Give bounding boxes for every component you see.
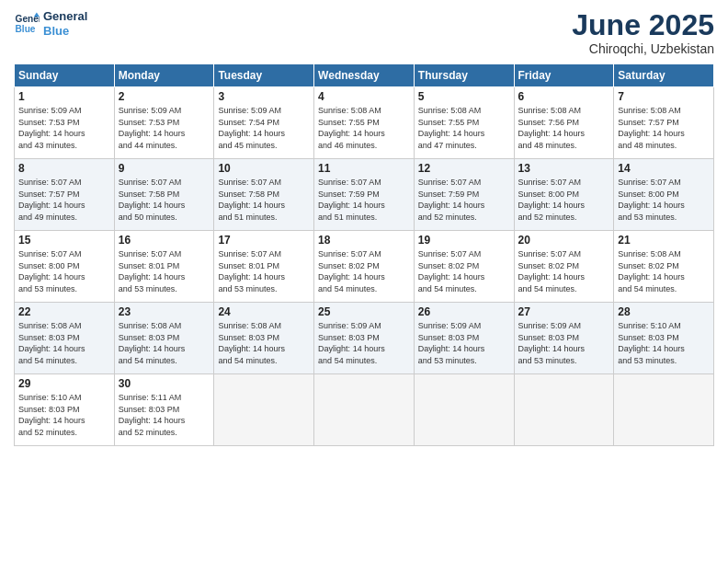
day-number: 18 (318, 234, 410, 247)
table-row (514, 374, 614, 446)
table-row: 17Sunrise: 5:07 AM Sunset: 8:01 PM Dayli… (214, 231, 314, 303)
day-number: 21 (618, 234, 710, 247)
table-row: 30Sunrise: 5:11 AM Sunset: 8:03 PM Dayli… (114, 374, 214, 446)
header-saturday: Saturday (614, 64, 714, 87)
header-sunday: Sunday (15, 64, 115, 87)
day-number: 30 (119, 377, 210, 390)
table-row: 22Sunrise: 5:08 AM Sunset: 8:03 PM Dayli… (15, 303, 115, 374)
day-number: 25 (318, 305, 410, 318)
title-block: June 2025 Chiroqchi, Uzbekistan (572, 9, 714, 56)
table-row: 16Sunrise: 5:07 AM Sunset: 8:01 PM Dayli… (114, 231, 214, 303)
day-number: 19 (418, 234, 510, 247)
day-number: 29 (18, 377, 110, 390)
table-row: 7Sunrise: 5:08 AM Sunset: 7:57 PM Daylig… (614, 87, 714, 159)
table-row: 25Sunrise: 5:09 AM Sunset: 8:03 PM Dayli… (314, 303, 415, 374)
table-row: 28Sunrise: 5:10 AM Sunset: 8:03 PM Dayli… (614, 303, 714, 374)
page-container: General Blue General Blue June 2025 Chir… (0, 0, 728, 563)
day-number: 7 (618, 90, 710, 103)
table-row: 3Sunrise: 5:09 AM Sunset: 7:54 PM Daylig… (214, 87, 314, 159)
table-row: 2Sunrise: 5:09 AM Sunset: 7:53 PM Daylig… (114, 87, 214, 159)
day-info: Sunrise: 5:08 AM Sunset: 8:03 PM Dayligh… (18, 320, 110, 366)
logo-text-line2: Blue (43, 24, 87, 39)
table-row: 11Sunrise: 5:07 AM Sunset: 7:59 PM Dayli… (314, 159, 415, 231)
day-info: Sunrise: 5:11 AM Sunset: 8:03 PM Dayligh… (119, 392, 210, 438)
day-info: Sunrise: 5:07 AM Sunset: 7:59 PM Dayligh… (318, 177, 410, 223)
day-number: 4 (318, 90, 410, 103)
day-info: Sunrise: 5:07 AM Sunset: 7:58 PM Dayligh… (119, 177, 210, 223)
header-tuesday: Tuesday (214, 64, 314, 87)
calendar-table: Sunday Monday Tuesday Wednesday Thursday… (14, 63, 714, 446)
day-number: 26 (418, 305, 510, 318)
day-info: Sunrise: 5:09 AM Sunset: 7:53 PM Dayligh… (18, 105, 110, 151)
day-number: 14 (618, 162, 710, 175)
table-row: 19Sunrise: 5:07 AM Sunset: 8:02 PM Dayli… (414, 231, 514, 303)
day-number: 24 (218, 305, 310, 318)
table-row (314, 374, 415, 446)
table-row: 1Sunrise: 5:09 AM Sunset: 7:53 PM Daylig… (15, 87, 115, 159)
day-number: 27 (518, 305, 610, 318)
day-info: Sunrise: 5:09 AM Sunset: 8:03 PM Dayligh… (318, 320, 410, 366)
day-number: 2 (119, 90, 210, 103)
table-row: 12Sunrise: 5:07 AM Sunset: 7:59 PM Dayli… (414, 159, 514, 231)
header-monday: Monday (114, 64, 214, 87)
day-info: Sunrise: 5:08 AM Sunset: 7:55 PM Dayligh… (418, 105, 510, 151)
logo-text-line1: General (43, 9, 87, 24)
table-row: 6Sunrise: 5:08 AM Sunset: 7:56 PM Daylig… (514, 87, 614, 159)
table-row: 5Sunrise: 5:08 AM Sunset: 7:55 PM Daylig… (414, 87, 514, 159)
calendar-week-row: 1Sunrise: 5:09 AM Sunset: 7:53 PM Daylig… (15, 87, 714, 159)
day-number: 28 (618, 305, 710, 318)
table-row: 8Sunrise: 5:07 AM Sunset: 7:57 PM Daylig… (15, 159, 115, 231)
day-number: 16 (119, 234, 210, 247)
day-info: Sunrise: 5:09 AM Sunset: 8:03 PM Dayligh… (518, 320, 610, 366)
svg-text:Blue: Blue (16, 24, 36, 34)
table-row: 20Sunrise: 5:07 AM Sunset: 8:02 PM Dayli… (514, 231, 614, 303)
day-number: 8 (18, 162, 110, 175)
table-row: 18Sunrise: 5:07 AM Sunset: 8:02 PM Dayli… (314, 231, 415, 303)
table-row: 4Sunrise: 5:08 AM Sunset: 7:55 PM Daylig… (314, 87, 415, 159)
day-info: Sunrise: 5:08 AM Sunset: 7:55 PM Dayligh… (318, 105, 410, 151)
day-number: 20 (518, 234, 610, 247)
day-info: Sunrise: 5:07 AM Sunset: 8:02 PM Dayligh… (418, 248, 510, 294)
day-info: Sunrise: 5:07 AM Sunset: 7:57 PM Dayligh… (18, 177, 110, 223)
table-row: 21Sunrise: 5:08 AM Sunset: 8:02 PM Dayli… (614, 231, 714, 303)
day-number: 23 (119, 305, 210, 318)
day-number: 12 (418, 162, 510, 175)
day-number: 10 (218, 162, 310, 175)
day-number: 13 (518, 162, 610, 175)
day-number: 1 (18, 90, 110, 103)
day-info: Sunrise: 5:07 AM Sunset: 8:01 PM Dayligh… (119, 248, 210, 294)
day-number: 15 (18, 234, 110, 247)
table-row (614, 374, 714, 446)
table-row: 13Sunrise: 5:07 AM Sunset: 8:00 PM Dayli… (514, 159, 614, 231)
table-row: 26Sunrise: 5:09 AM Sunset: 8:03 PM Dayli… (414, 303, 514, 374)
day-info: Sunrise: 5:07 AM Sunset: 8:00 PM Dayligh… (518, 177, 610, 223)
day-info: Sunrise: 5:08 AM Sunset: 8:03 PM Dayligh… (218, 320, 310, 366)
day-info: Sunrise: 5:08 AM Sunset: 7:57 PM Dayligh… (618, 105, 710, 151)
day-info: Sunrise: 5:08 AM Sunset: 7:56 PM Dayligh… (518, 105, 610, 151)
day-info: Sunrise: 5:09 AM Sunset: 7:54 PM Dayligh… (218, 105, 310, 151)
logo: General Blue General Blue (14, 9, 87, 38)
calendar-week-row: 22Sunrise: 5:08 AM Sunset: 8:03 PM Dayli… (15, 303, 714, 374)
day-info: Sunrise: 5:09 AM Sunset: 8:03 PM Dayligh… (418, 320, 510, 366)
day-info: Sunrise: 5:07 AM Sunset: 8:02 PM Dayligh… (318, 248, 410, 294)
day-number: 22 (18, 305, 110, 318)
header-wednesday: Wednesday (314, 64, 415, 87)
logo-icon: General Blue (14, 11, 40, 37)
day-info: Sunrise: 5:08 AM Sunset: 8:02 PM Dayligh… (618, 248, 710, 294)
calendar-header-row: Sunday Monday Tuesday Wednesday Thursday… (15, 64, 714, 87)
day-info: Sunrise: 5:07 AM Sunset: 8:02 PM Dayligh… (518, 248, 610, 294)
day-info: Sunrise: 5:07 AM Sunset: 8:00 PM Dayligh… (18, 248, 110, 294)
table-row: 23Sunrise: 5:08 AM Sunset: 8:03 PM Dayli… (114, 303, 214, 374)
header: General Blue General Blue June 2025 Chir… (14, 9, 714, 56)
table-row: 27Sunrise: 5:09 AM Sunset: 8:03 PM Dayli… (514, 303, 614, 374)
calendar-week-row: 29Sunrise: 5:10 AM Sunset: 8:03 PM Dayli… (15, 374, 714, 446)
day-number: 11 (318, 162, 410, 175)
day-info: Sunrise: 5:09 AM Sunset: 7:53 PM Dayligh… (119, 105, 210, 151)
month-title: June 2025 (572, 9, 714, 41)
table-row (414, 374, 514, 446)
day-number: 6 (518, 90, 610, 103)
location: Chiroqchi, Uzbekistan (572, 41, 714, 56)
day-number: 3 (218, 90, 310, 103)
day-info: Sunrise: 5:10 AM Sunset: 8:03 PM Dayligh… (618, 320, 710, 366)
day-info: Sunrise: 5:10 AM Sunset: 8:03 PM Dayligh… (18, 392, 110, 438)
